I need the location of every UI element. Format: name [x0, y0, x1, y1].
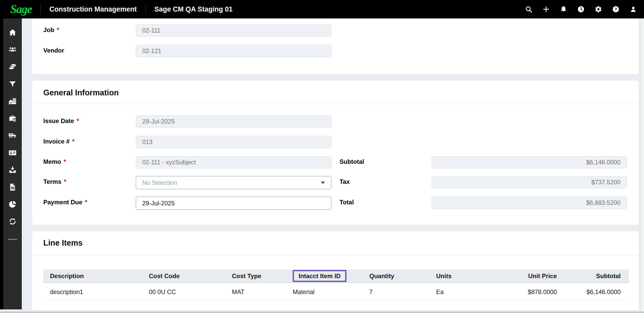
column-header-unit-price: Unit Price: [495, 269, 565, 282]
required-asterisk: *: [77, 117, 79, 124]
intacct-item-id-header-text: Intacct Item ID: [299, 272, 341, 280]
required-asterisk: *: [64, 178, 66, 185]
section-title-line-items: Line Items: [43, 238, 83, 248]
vendor-label: Vendor: [43, 47, 67, 54]
required-asterisk: *: [85, 199, 87, 206]
account-button[interactable]: [629, 5, 637, 13]
issue-date-label-text: Issue Date: [43, 117, 74, 124]
sidebar-item-projects[interactable]: [7, 96, 18, 107]
pie-chart-icon: [8, 200, 17, 209]
download-icon: [8, 166, 17, 174]
cell-cost-code: 00 0U CC: [142, 283, 225, 301]
section-title-general-information: General Information: [43, 88, 119, 97]
column-header-cost-type: Cost Type: [225, 269, 286, 282]
spreadsheet-icon: [8, 183, 17, 191]
search-icon: [525, 5, 533, 13]
window-edge: [0, 18, 3, 309]
plus-icon: [542, 5, 550, 13]
svg-text:?: ?: [615, 7, 617, 12]
issue-date-field[interactable]: [136, 115, 331, 128]
sidebar-item-finance[interactable]: [7, 61, 18, 73]
column-header-cost-code: Cost Code: [142, 269, 225, 282]
truck-icon: [8, 131, 17, 140]
sidebar-item-sync[interactable]: [7, 216, 18, 227]
sidebar-item-analytics[interactable]: [7, 199, 18, 210]
sidebar-item-import[interactable]: [7, 164, 18, 176]
topbar-actions: ?: [525, 5, 644, 13]
clock-icon: [577, 5, 585, 13]
memo-field[interactable]: [136, 156, 331, 168]
column-header-subtotal: Subtotal: [565, 269, 629, 282]
payment-due-label-text: Payment Due: [43, 199, 82, 206]
line-item-row[interactable]: description1 00 0U CC MAT Material 7 Ea …: [43, 283, 629, 301]
tax-label: Tax: [340, 178, 350, 185]
funnel-icon: [8, 80, 17, 88]
terms-select[interactable]: No Selection: [136, 176, 331, 189]
sidebar-item-home[interactable]: [7, 27, 18, 38]
general-information-card: General Information Issue Date* Invoice …: [32, 80, 639, 225]
total-field: [432, 197, 627, 209]
settings-button[interactable]: [594, 5, 602, 13]
terms-placeholder: No Selection: [142, 179, 177, 186]
environment-title: Sage CM QA Staging 01: [155, 5, 233, 13]
help-button[interactable]: ?: [612, 5, 620, 13]
line-items-header-row: Description Cost Code Cost Type Intacct …: [43, 269, 629, 283]
briefcase-clock-icon: [8, 114, 17, 123]
buildings-icon: [8, 97, 17, 106]
job-field[interactable]: [136, 24, 331, 37]
job-vendor-card: Job* Vendor: [32, 18, 639, 74]
cell-cost-type: MAT: [225, 283, 286, 301]
job-label-text: Job: [43, 26, 54, 33]
search-button[interactable]: [525, 5, 533, 13]
column-header-units: Units: [430, 269, 495, 282]
people-icon: [8, 45, 17, 54]
cell-subtotal: $6,146.0000: [565, 283, 629, 301]
product-title: Construction Management: [49, 5, 137, 13]
invoice-number-label-text: Invoice #: [43, 138, 70, 145]
sidebar-item-contacts[interactable]: [7, 147, 18, 158]
payment-due-field[interactable]: [136, 197, 331, 210]
topbar-divider: [146, 4, 146, 14]
notifications-button[interactable]: [559, 5, 568, 13]
top-bar: Sage Construction Management Sage CM QA …: [0, 0, 644, 18]
sidebar-item-team[interactable]: [7, 44, 18, 55]
app-screen: Sage Construction Management Sage CM QA …: [0, 0, 644, 313]
column-header-quantity: Quantity: [363, 269, 430, 282]
sidebar-item-jobs-schedule[interactable]: [7, 113, 18, 124]
invoice-number-label: Invoice #*: [43, 138, 75, 145]
recent-activity-button[interactable]: [577, 5, 585, 13]
sidebar-item-spreadsheet[interactable]: [7, 181, 18, 193]
sidebar-item-equipment[interactable]: [7, 130, 18, 141]
terms-label-text: Terms: [43, 178, 61, 185]
column-header-intacct-item-id: Intacct Item ID: [286, 269, 363, 282]
memo-label-text: Memo: [43, 158, 61, 165]
cell-units: Ea: [430, 283, 495, 301]
vertical-scrollbar[interactable]: [640, 18, 644, 313]
line-items-card: Line Items Description Cost Code Cost Ty…: [32, 231, 639, 310]
section-divider: [32, 255, 639, 255]
issue-date-label: Issue Date*: [43, 117, 79, 125]
help-icon: ?: [612, 5, 620, 13]
cell-intacct-item-id: Material: [286, 283, 363, 301]
id-card-icon: [8, 148, 17, 157]
cell-unit-price: $878.0000: [495, 283, 565, 301]
required-asterisk: *: [57, 26, 59, 33]
cell-quantity: 7: [363, 283, 430, 301]
tax-field: [432, 176, 627, 188]
line-items-table: Description Cost Code Cost Type Intacct …: [43, 269, 629, 301]
gear-icon: [595, 5, 602, 13]
vendor-field[interactable]: [136, 45, 331, 57]
total-label: Total: [340, 199, 354, 206]
intacct-item-id-highlight-box: Intacct Item ID: [293, 270, 346, 282]
invoice-number-field[interactable]: [136, 136, 331, 148]
home-icon: [8, 28, 17, 37]
user-icon: [629, 5, 637, 13]
sidebar-item-filter[interactable]: [7, 78, 18, 90]
subtotal-label: Subtotal: [340, 158, 364, 165]
required-asterisk: *: [64, 158, 66, 165]
bell-icon: [560, 5, 567, 13]
sidebar-nav: [3, 18, 22, 309]
add-button[interactable]: [542, 5, 550, 13]
topbar-divider: [40, 4, 41, 14]
sage-logo[interactable]: Sage: [10, 3, 32, 15]
